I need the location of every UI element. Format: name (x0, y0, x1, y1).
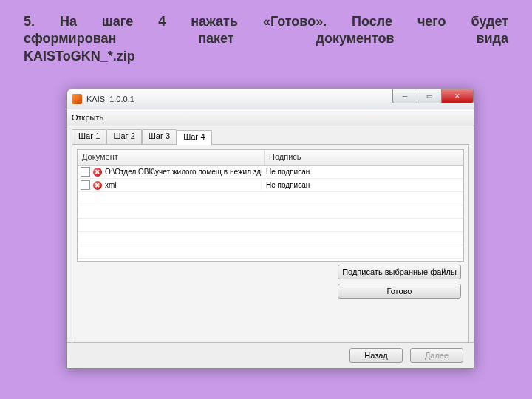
next-button: Далее (410, 348, 463, 363)
grid-row-empty (78, 192, 463, 205)
grid-row-empty (78, 245, 463, 259)
error-icon: ✖ (93, 181, 102, 190)
back-button[interactable]: Назад (349, 348, 403, 363)
minimize-button[interactable]: ─ (392, 89, 417, 103)
grid-row[interactable]: ✖ xml Не подписан (78, 179, 463, 192)
grid-row-empty (78, 219, 463, 232)
row-checkbox[interactable] (81, 180, 90, 190)
app-icon (72, 94, 82, 104)
tab-body: Документ Подпись ✖ O:\Отдел ОВК\учет жил… (72, 145, 469, 347)
done-button[interactable]: Готово (338, 284, 461, 299)
grid-header: Документ Подпись (78, 150, 463, 166)
document-grid: Документ Подпись ✖ O:\Отдел ОВК\учет жил… (77, 149, 464, 262)
sign-button[interactable]: Подписать выбранные файлы (338, 265, 461, 279)
close-button[interactable]: ✕ (442, 89, 474, 103)
col-signature[interactable]: Подпись (265, 150, 463, 165)
tab-step-1[interactable]: Шаг 1 (72, 129, 106, 144)
tab-step-2[interactable]: Шаг 2 (106, 129, 141, 144)
grid-row-empty (78, 205, 463, 219)
window-title: KAIS_1.0.0.1 (86, 95, 134, 103)
row-checkbox[interactable] (81, 167, 90, 177)
cell-document: O:\Отдел ОВК\учет жилого помещ в нежил з… (105, 168, 262, 176)
grid-row[interactable]: ✖ O:\Отдел ОВК\учет жилого помещ в нежил… (78, 166, 463, 179)
col-document[interactable]: Документ (78, 150, 265, 165)
menu-open[interactable]: Открыть (72, 113, 103, 122)
wizard-footer: Назад Далее (67, 342, 474, 368)
instruction-text: 5. На шаге 4 нажать «Готово». После чего… (0, 0, 532, 74)
cell-document: xml (105, 181, 117, 189)
menubar: Открыть (67, 109, 474, 126)
app-window: KAIS_1.0.0.1 ─ ▭ ✕ Открыть Шаг 1 Шаг 2 Ш… (66, 89, 474, 369)
tab-strip: Шаг 1 Шаг 2 Шаг 3 Шаг 4 (72, 129, 469, 145)
cell-signature: Не подписан (262, 168, 463, 176)
tab-step-3[interactable]: Шаг 3 (142, 129, 177, 144)
titlebar[interactable]: KAIS_1.0.0.1 ─ ▭ ✕ (67, 89, 474, 109)
cell-signature: Не подписан (262, 181, 463, 189)
grid-row-empty (78, 232, 463, 245)
tab-step-4[interactable]: Шаг 4 (177, 130, 211, 145)
maximize-button[interactable]: ▭ (417, 89, 442, 103)
error-icon: ✖ (93, 168, 102, 177)
